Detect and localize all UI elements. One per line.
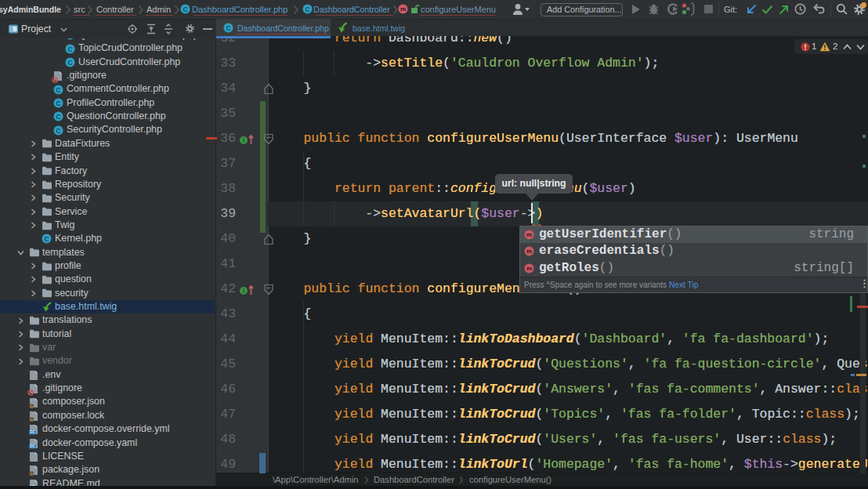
svg-text:C: C: [56, 99, 60, 107]
svg-text:C: C: [305, 5, 309, 13]
svg-text:DC: DC: [30, 444, 35, 448]
svg-text:MD: MD: [30, 485, 36, 486]
svg-text:C: C: [67, 45, 72, 53]
svg-text:m: m: [526, 248, 532, 255]
svg-text:C: C: [56, 85, 60, 93]
svg-text:m: m: [400, 5, 406, 13]
svg-text:C: C: [183, 5, 187, 13]
svg-text:C: C: [226, 24, 230, 32]
svg-text:m: m: [526, 265, 532, 272]
svg-text:C: C: [67, 58, 72, 66]
svg-text:C: C: [67, 38, 72, 39]
svg-text:C: C: [56, 113, 60, 121]
svg-text:C: C: [44, 235, 49, 243]
svg-text:m: m: [526, 231, 532, 238]
svg-text:C: C: [56, 126, 60, 134]
svg-text:DC: DC: [30, 431, 35, 435]
